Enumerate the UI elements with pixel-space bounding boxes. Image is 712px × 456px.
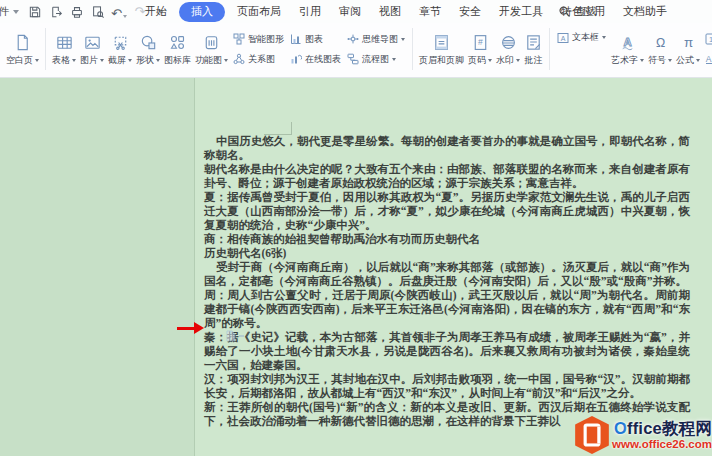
paragraph[interactable]: 中国历史悠久，朝代更是零星纷繁。每朝的创建者要首办的事就是确立国号，即朝代名称，… [204, 134, 690, 162]
ribbon-button-mind-map[interactable]: 思维导图 [347, 33, 405, 46]
text-box-icon: A [557, 32, 569, 44]
ribbon-label: 图片 [80, 54, 98, 67]
tab-view[interactable]: 视图 [370, 2, 410, 21]
file-menu-label: 文件 [0, 4, 9, 19]
wps-window: 文件 ↶ ↷ [0, 0, 712, 456]
wordart-icon: A [618, 33, 637, 52]
chart-icon [290, 33, 302, 45]
ribbon-button-symbol[interactable]: Ω 符号 [646, 30, 674, 68]
watermark-brand-text: Office教程网 [614, 420, 712, 437]
dropdown-caret-icon [35, 59, 39, 62]
paragraph[interactable]: 夏：据传禹曾受封于夏伯，因用以称其政权为“夏”。另据历史学家范文澜先生说，禹的儿… [204, 190, 690, 232]
ribbon-button-online-chart[interactable]: 在线图表 [290, 53, 341, 66]
paragraph[interactable]: 朝代名称是由什么决定的呢？大致有五个来由：由部族、部落联盟的名称而来，来自创建者… [204, 162, 690, 190]
svg-text:A: A [561, 35, 566, 42]
dropdown-caret-icon [72, 59, 76, 62]
tab-security[interactable]: 安全 [450, 2, 490, 21]
svg-text:A: A [623, 36, 631, 48]
ribbon-label: 形状 [136, 54, 154, 67]
insert-number-icon: 1 [705, 33, 712, 45]
ribbon-button-page-number[interactable]: # 页码 [466, 30, 494, 68]
search-button[interactable]: 查找 [558, 4, 597, 19]
ribbon-button-screenshot[interactable]: 截屏 [106, 30, 134, 68]
tab-home[interactable]: 开始 [136, 2, 176, 21]
formula-icon: π [679, 33, 698, 52]
ribbon-label: 符号 [648, 54, 666, 67]
ribbon-label: 公式 [676, 54, 694, 67]
ribbon-button-flowchart[interactable]: 流程图 [347, 53, 405, 66]
paragraph[interactable]: 商：相传商族的始祖契曾帮助禹治水有功而历史朝代名 [204, 232, 690, 246]
ribbon-button-shapes[interactable]: 形状 [134, 30, 162, 68]
ribbon-label: 截屏 [108, 54, 126, 67]
ribbon-button-header-footer[interactable]: 页眉和页脚 [417, 30, 466, 68]
tab-page-layout[interactable]: 页面布局 [228, 2, 290, 21]
ribbon-label: 表格 [52, 54, 70, 67]
svg-text:Ω: Ω [655, 36, 664, 50]
ribbon-label: 批注 [525, 54, 543, 67]
ribbon-label: 流程图 [362, 53, 389, 66]
ribbon-button-formula[interactable]: π 公式 [674, 30, 702, 68]
icon-library-icon [168, 33, 187, 52]
ribbon-label: 思维导图 [362, 33, 398, 46]
annotation-arrow-icon [177, 322, 205, 334]
image-caption-line[interactable]: 历史朝代名(6张) [204, 246, 690, 260]
svg-text:π: π [683, 35, 692, 50]
flowchart-icon [347, 53, 359, 65]
search-icon [558, 5, 571, 18]
ribbon-label: 文本框 [572, 31, 599, 44]
ribbon-button-text-box[interactable]: A 文本框 [557, 31, 606, 44]
online-chart-icon [290, 53, 302, 65]
ribbon-button-watermark[interactable]: 水印 [494, 30, 522, 68]
tab-review[interactable]: 审阅 [330, 2, 370, 21]
ribbon-stack-maps: 思维导图 流程图 [344, 33, 408, 66]
document-area[interactable]: 中国历史悠久，朝代更是零星纷繁。每朝的创建者要首办的事就是确立国号，即朝代名称，… [0, 78, 712, 456]
shapes-icon [139, 33, 158, 52]
ribbon-button-smart-graphic[interactable]: 智能图形 [233, 33, 284, 46]
symbol-icon: Ω [651, 33, 670, 52]
header-footer-icon [432, 33, 451, 52]
tab-developer[interactable]: 开发工具 [490, 2, 552, 21]
ribbon-button-drop-cap[interactable]: A 首字下沉 [705, 53, 712, 66]
ribbon-button-icon-library[interactable]: 图标库 [162, 30, 193, 68]
dropdown-caret-icon [392, 58, 396, 61]
ribbon-button-relation-chart[interactable]: 关系图 [233, 53, 284, 66]
ribbon-label: 关系图 [248, 53, 275, 66]
paragraph[interactable]: 受封于商（今河南商丘南），以后就以“商”来称其部落（或部族）。汤灭夏后，就以“商… [204, 260, 690, 288]
ribbon-stack-charts: 图表 在线图表 [287, 33, 344, 66]
tab-document-assistant[interactable]: 文档助手 [614, 2, 676, 21]
document-text: 中国历史悠久，朝代更是零星纷繁。每朝的创建者要首办的事就是确立国号，即朝代名称，… [204, 134, 690, 428]
file-menu-button[interactable]: 文件 [0, 4, 19, 19]
smart-graphic-icon [233, 33, 245, 45]
object-anchor-icon [226, 330, 244, 342]
paragraph[interactable]: 秦：据《史记》记载，本为古部落，其首领非子为周孝王养马有成绩，被周孝王赐姓为“嬴… [204, 330, 690, 372]
export-button[interactable] [48, 4, 64, 20]
undo-button[interactable]: ↶ [111, 4, 127, 20]
ribbon-button-wordart[interactable]: A 艺术字 [609, 30, 646, 68]
ribbon-button-table[interactable]: 表格 [50, 30, 78, 68]
save-icon [28, 5, 42, 19]
tab-insert[interactable]: 插入 [179, 2, 225, 22]
print-button[interactable] [69, 4, 85, 20]
ribbon-button-function-chart[interactable]: 功能图 [193, 30, 230, 68]
undo-icon: ↶ [111, 7, 122, 20]
ribbon-button-insert-number[interactable]: 1 插入数字 [705, 33, 712, 46]
tab-bar: 文件 ↶ ↷ [0, 0, 712, 23]
function-chart-icon [202, 33, 221, 52]
ribbon-label: 页眉和页脚 [419, 54, 464, 67]
table-icon [55, 33, 74, 52]
blank-page-icon [13, 33, 32, 52]
ribbon-button-comment[interactable]: 批注 [522, 30, 545, 68]
dropdown-caret-icon [156, 59, 160, 62]
tab-references[interactable]: 引用 [290, 2, 330, 21]
paragraph[interactable]: 汉：项羽封刘邦为汉王，其封地在汉中。后刘邦击败项羽，统一中国，国号称“汉”。汉朝… [204, 372, 690, 400]
ribbon-button-picture[interactable]: 图片 [78, 30, 106, 68]
ribbon-button-blank-page[interactable]: 空白页 [4, 30, 41, 68]
paragraph[interactable]: 周：周人到古公亶父时，迁居于周原(今陕西岐山)，武王灭殷以后，就以“周”为朝代名… [204, 288, 690, 330]
ribbon: 空白页 表格 图片 截屏 形状 图标库 功能图 [0, 23, 712, 78]
dropdown-caret-icon [128, 59, 132, 62]
ribbon-button-chart[interactable]: 图表 [290, 33, 341, 46]
save-button[interactable] [27, 4, 43, 20]
print-icon [70, 5, 84, 19]
tab-section[interactable]: 章节 [410, 2, 450, 21]
print-preview-button[interactable] [90, 4, 106, 20]
